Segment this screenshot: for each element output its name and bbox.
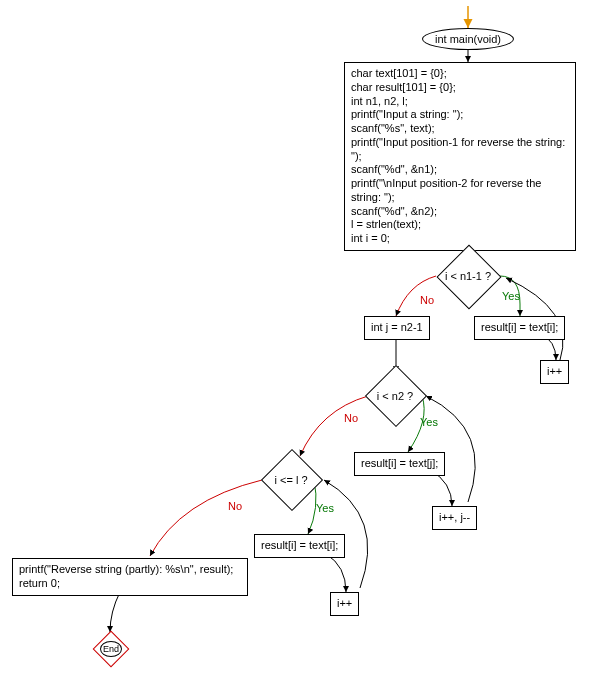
- body3-label: result[i] = text[i];: [261, 539, 338, 551]
- cond2-diamond: i < n2 ?: [362, 372, 428, 420]
- init-line: printf("\nInput position-2 for reverse t…: [351, 177, 569, 205]
- init-line: scanf("%s", text);: [351, 122, 569, 136]
- final-block: printf("Reverse string (partly): %s\n", …: [12, 558, 248, 596]
- cond3-label: i <= l ?: [258, 456, 324, 504]
- init-line: scanf("%d", &n1);: [351, 163, 569, 177]
- init-line: char text[101] = {0};: [351, 67, 569, 81]
- cond2-no-label: No: [344, 412, 358, 424]
- step1-node: i++: [540, 360, 569, 384]
- cond3-no-label: No: [228, 500, 242, 512]
- step1-label: i++: [547, 365, 562, 377]
- cond3-yes-label: Yes: [316, 502, 334, 514]
- end-node: End: [98, 636, 124, 662]
- cond1-no-label: No: [420, 294, 434, 306]
- step3-label: i++: [337, 597, 352, 609]
- init-block: char text[101] = {0}; char result[101] =…: [344, 62, 576, 251]
- start-node: int main(void): [422, 28, 514, 50]
- cond2-label: i < n2 ?: [362, 372, 428, 420]
- init-line: int n1, n2, l;: [351, 95, 569, 109]
- step2-label: i++, j--: [439, 511, 470, 523]
- init-line: printf("Input a string: ");: [351, 108, 569, 122]
- after1-node: int j = n2-1: [364, 316, 430, 340]
- body1-node: result[i] = text[i];: [474, 316, 565, 340]
- init-line: printf("Input position-1 for reverse the…: [351, 136, 569, 164]
- body2-node: result[i] = text[j];: [354, 452, 445, 476]
- body3-node: result[i] = text[i];: [254, 534, 345, 558]
- init-line: l = strlen(text);: [351, 218, 569, 232]
- final-line: return 0;: [19, 577, 241, 591]
- cond1-yes-label: Yes: [502, 290, 520, 302]
- step3-node: i++: [330, 592, 359, 616]
- end-label: End: [100, 641, 122, 657]
- final-line: printf("Reverse string (partly): %s\n", …: [19, 563, 241, 577]
- body2-label: result[i] = text[j];: [361, 457, 438, 469]
- step2-node: i++, j--: [432, 506, 477, 530]
- cond1-diamond: i < n1-1 ?: [432, 252, 504, 300]
- init-line: int i = 0;: [351, 232, 569, 246]
- init-line: char result[101] = {0};: [351, 81, 569, 95]
- after1-label: int j = n2-1: [371, 321, 423, 333]
- cond3-diamond: i <= l ?: [258, 456, 324, 504]
- cond2-yes-label: Yes: [420, 416, 438, 428]
- start-label: int main(void): [435, 33, 501, 45]
- body1-label: result[i] = text[i];: [481, 321, 558, 333]
- cond1-label: i < n1-1 ?: [432, 252, 504, 300]
- init-line: scanf("%d", &n2);: [351, 205, 569, 219]
